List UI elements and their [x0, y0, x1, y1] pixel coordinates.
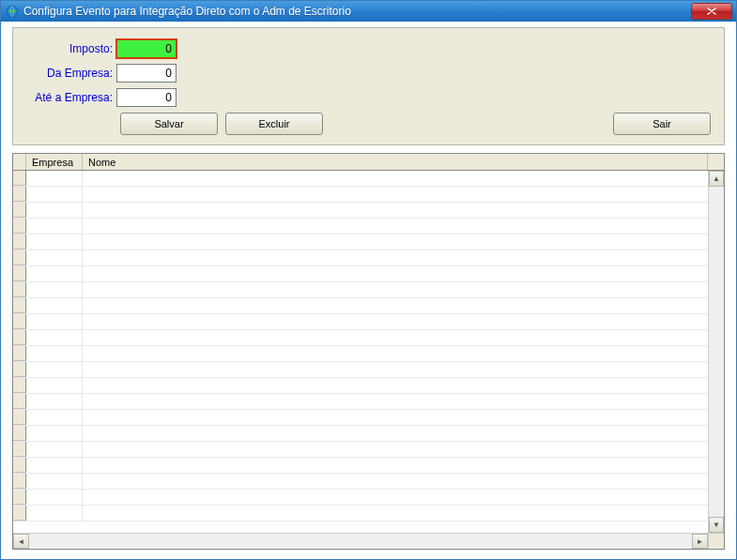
table-row[interactable]	[13, 298, 708, 314]
table-row[interactable]	[13, 314, 708, 330]
cell-nome[interactable]	[83, 506, 708, 521]
cell-nome[interactable]	[83, 474, 708, 489]
cell-empresa[interactable]	[26, 219, 83, 234]
table-row[interactable]	[13, 346, 708, 362]
input-ate-empresa[interactable]	[116, 88, 177, 107]
cell-empresa[interactable]	[26, 282, 83, 297]
input-da-empresa[interactable]	[116, 64, 177, 83]
cell-empresa[interactable]	[26, 362, 83, 377]
cell-empresa[interactable]	[26, 187, 83, 202]
cell-empresa[interactable]	[26, 330, 83, 345]
table-row[interactable]	[13, 458, 708, 474]
table-row[interactable]	[13, 490, 708, 506]
table-row[interactable]	[13, 250, 708, 266]
header-scroll-corner	[708, 154, 724, 170]
table-row[interactable]	[13, 410, 708, 426]
cell-nome[interactable]	[83, 235, 708, 250]
scroll-up-button[interactable]: ▲	[709, 171, 724, 187]
cell-empresa[interactable]	[26, 314, 83, 329]
cell-nome[interactable]	[83, 250, 708, 265]
cell-empresa[interactable]	[26, 442, 83, 457]
cell-empresa[interactable]	[26, 346, 83, 361]
cell-nome[interactable]	[83, 219, 708, 234]
cell-empresa[interactable]	[26, 474, 83, 489]
cell-nome[interactable]	[83, 330, 708, 345]
cell-nome[interactable]	[83, 410, 708, 425]
table-row[interactable]	[13, 266, 708, 282]
cell-nome[interactable]	[83, 314, 708, 329]
cell-empresa[interactable]	[26, 506, 83, 521]
cell-nome[interactable]	[83, 187, 708, 202]
row-indicator	[13, 458, 26, 473]
cell-empresa[interactable]	[26, 490, 83, 505]
table-row[interactable]	[13, 235, 708, 250]
close-icon	[707, 8, 716, 15]
vertical-scrollbar[interactable]: ▲ ▼	[708, 171, 724, 533]
cell-nome[interactable]	[83, 378, 708, 393]
cell-nome[interactable]	[83, 362, 708, 377]
table-row[interactable]	[13, 187, 708, 203]
close-button[interactable]	[691, 3, 732, 20]
cell-nome[interactable]	[83, 171, 708, 186]
row-indicator	[13, 410, 26, 425]
excluir-button[interactable]: Excluir	[225, 113, 323, 135]
cell-nome[interactable]	[83, 442, 708, 457]
header-nome[interactable]: Nome	[83, 154, 708, 170]
cell-empresa[interactable]	[26, 266, 83, 281]
table-row[interactable]	[13, 282, 708, 298]
cell-nome[interactable]	[83, 203, 708, 218]
table-row[interactable]	[13, 171, 708, 187]
table-row[interactable]	[13, 394, 708, 410]
cell-nome[interactable]	[83, 298, 708, 313]
table-row[interactable]	[13, 362, 708, 378]
cell-nome[interactable]	[83, 346, 708, 361]
table-row[interactable]	[13, 426, 708, 442]
table-row[interactable]	[13, 506, 708, 522]
row-indicator	[13, 506, 26, 521]
cell-empresa[interactable]	[26, 298, 83, 313]
header-empresa[interactable]: Empresa	[26, 154, 83, 170]
cell-nome[interactable]	[83, 426, 708, 441]
row-indicator	[13, 250, 26, 265]
row-indicator	[13, 266, 26, 281]
sair-button[interactable]: Sair	[613, 113, 711, 135]
cell-nome[interactable]	[83, 282, 708, 297]
table-row[interactable]	[13, 442, 708, 458]
cell-empresa[interactable]	[26, 378, 83, 393]
table-row[interactable]	[13, 474, 708, 490]
cell-empresa[interactable]	[26, 203, 83, 218]
row-indicator	[13, 346, 26, 361]
row-imposto: Imposto:	[26, 39, 711, 58]
label-ate-empresa: Até a Empresa:	[26, 91, 116, 104]
scroll-left-button[interactable]: ◄	[13, 534, 29, 549]
table-row[interactable]	[13, 219, 708, 235]
cell-nome[interactable]	[83, 490, 708, 505]
cell-nome[interactable]	[83, 458, 708, 473]
hscroll-track[interactable]	[29, 534, 692, 549]
cell-empresa[interactable]	[26, 394, 83, 409]
row-indicator	[13, 282, 26, 297]
table-row[interactable]	[13, 203, 708, 219]
table-row[interactable]	[13, 378, 708, 394]
cell-empresa[interactable]	[26, 171, 83, 186]
row-indicator	[13, 378, 26, 393]
horizontal-scrollbar[interactable]: ◄ ►	[13, 533, 724, 549]
cell-nome[interactable]	[83, 266, 708, 281]
data-grid[interactable]: Empresa Nome ▲ ▼ ◄	[12, 153, 725, 550]
grid-header: Empresa Nome	[13, 154, 724, 171]
cell-empresa[interactable]	[26, 410, 83, 425]
cell-empresa[interactable]	[26, 250, 83, 265]
salvar-button[interactable]: Salvar	[120, 113, 218, 135]
row-indicator	[13, 298, 26, 313]
cell-empresa[interactable]	[26, 426, 83, 441]
titlebar[interactable]: Configura Evento para Integração Direto …	[1, 1, 736, 22]
vscroll-track[interactable]	[709, 187, 724, 517]
cell-nome[interactable]	[83, 394, 708, 409]
scroll-down-button[interactable]: ▼	[709, 517, 724, 533]
scroll-right-button[interactable]: ►	[692, 534, 708, 549]
input-imposto[interactable]	[116, 39, 177, 58]
cell-empresa[interactable]	[26, 235, 83, 250]
cell-empresa[interactable]	[26, 458, 83, 473]
table-row[interactable]	[13, 330, 708, 346]
button-spacer	[330, 113, 606, 135]
